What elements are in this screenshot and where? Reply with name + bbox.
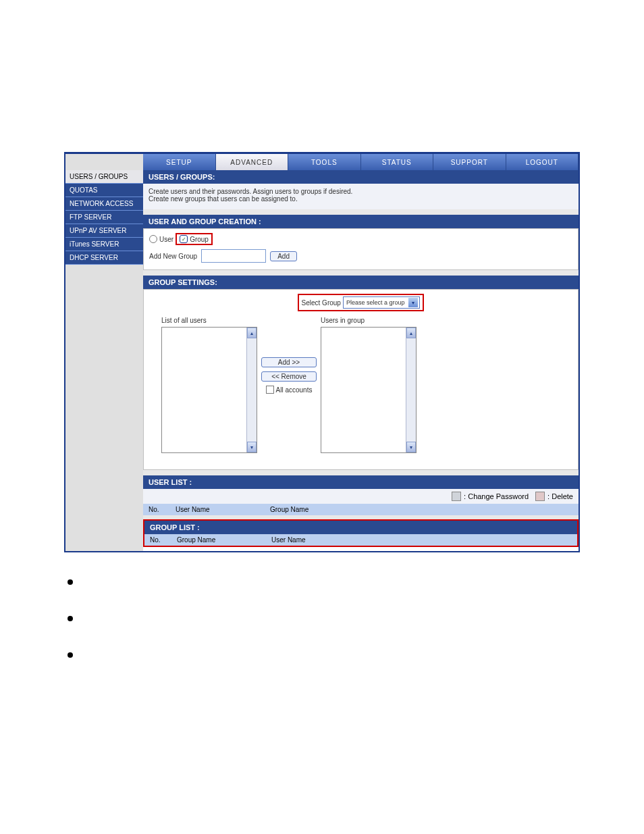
app-window: SETUP ADVANCED TOOLS STATUS SUPPORT LOGO…	[64, 152, 580, 552]
highlight-select-group: Select Group Please select a group ▾	[298, 294, 425, 311]
nav-spacer	[65, 154, 143, 170]
tab-support[interactable]: SUPPORT	[433, 154, 506, 170]
scrollbar[interactable]: ▴ ▾	[246, 328, 257, 452]
tab-status[interactable]: STATUS	[361, 154, 434, 170]
group-name-input[interactable]	[201, 249, 266, 263]
add-to-group-button[interactable]: Add >>	[261, 357, 317, 367]
col-no: No.	[150, 536, 177, 544]
col-group-name: Group Name	[270, 506, 308, 513]
sidebar-item-upnp-av-server[interactable]: UPnP AV SERVER	[65, 224, 143, 238]
trash-icon	[535, 492, 545, 501]
edit-icon	[452, 492, 461, 501]
scroll-up-icon[interactable]: ▴	[247, 328, 257, 338]
remove-from-group-button[interactable]: << Remove	[261, 371, 317, 382]
group-list-header: No. Group Name User Name	[144, 534, 577, 546]
scroll-up-icon[interactable]: ▴	[406, 328, 416, 338]
user-list-header: No. User Name Group Name	[143, 504, 579, 515]
panel-title-group-list: GROUP LIST :	[144, 521, 577, 534]
panel-user-list: USER LIST : : Change Password : Delete N…	[143, 475, 579, 515]
tab-advanced[interactable]: ADVANCED	[216, 154, 289, 170]
panel-group-settings: GROUP SETTINGS: Select Group Please sele…	[143, 276, 579, 470]
add-button[interactable]: Add	[270, 251, 297, 261]
panel-users-groups: USERS / GROUPS: Create users and their p…	[143, 170, 579, 209]
panel-title-user-list: USER LIST :	[143, 475, 579, 489]
scrollbar[interactable]: ▴ ▾	[406, 328, 416, 452]
tab-tools[interactable]: TOOLS	[288, 154, 361, 170]
radio-user-label: User	[159, 236, 173, 243]
panel-creation: USER AND GROUP CREATION : User Group Add…	[143, 215, 579, 270]
sidebar-item-users-groups[interactable]: USERS / GROUPS	[65, 170, 143, 184]
col-user-name: User Name	[271, 536, 306, 544]
bullet-list	[68, 579, 644, 658]
all-accounts-label: All accounts	[276, 386, 313, 394]
panel-title-creation: USER AND GROUP CREATION :	[143, 215, 579, 228]
desc-line-1: Create users and their passwords. Assign…	[149, 188, 573, 195]
panel-desc: Create users and their passwords. Assign…	[143, 184, 579, 209]
radio-group[interactable]	[180, 235, 188, 243]
col-user-name: User Name	[176, 506, 270, 513]
bullet-icon	[68, 652, 73, 658]
panel-title-group-settings: GROUP SETTINGS:	[143, 276, 579, 289]
sidebar-item-network-access[interactable]: NETWORK ACCESS	[65, 197, 143, 211]
col-no: No.	[149, 506, 176, 513]
desc-line-2: Create new groups that users can be assi…	[149, 195, 573, 203]
listbox-users-in-group[interactable]: ▴ ▾	[321, 327, 417, 453]
bullet-icon	[68, 579, 73, 585]
highlight-group-list: GROUP LIST : No. Group Name User Name	[143, 519, 579, 547]
users-in-group-label: Users in group	[321, 317, 417, 324]
add-new-group-label: Add New Group	[149, 253, 197, 260]
panel-title-users-groups: USERS / GROUPS:	[143, 170, 579, 184]
sidebar-item-quotas[interactable]: QUOTAS	[65, 184, 143, 197]
radio-group-label: Group	[190, 236, 209, 243]
legend-change-password: : Change Password	[464, 492, 529, 500]
col-group-name: Group Name	[177, 536, 271, 544]
tab-logout[interactable]: LOGOUT	[506, 154, 579, 170]
panel-group-list: GROUP LIST : No. Group Name User Name	[144, 521, 577, 546]
scroll-down-icon[interactable]: ▾	[247, 442, 257, 452]
chevron-down-icon: ▾	[408, 298, 418, 307]
highlight-group-radio: Group	[176, 233, 213, 245]
sidebar: USERS / GROUPS QUOTAS NETWORK ACCESS FTP…	[65, 170, 143, 551]
select-group-value: Please select a group	[346, 299, 405, 306]
scroll-down-icon[interactable]: ▾	[406, 442, 416, 452]
legend-delete: : Delete	[547, 492, 573, 500]
listbox-all-users[interactable]: ▴ ▾	[161, 327, 257, 453]
select-group-dropdown[interactable]: Please select a group ▾	[343, 296, 421, 309]
list-all-users-label: List of all users	[161, 317, 257, 324]
sidebar-item-itunes-server[interactable]: iTunes SERVER	[65, 238, 143, 251]
select-group-label: Select Group	[302, 299, 341, 307]
bullet-icon	[68, 616, 73, 621]
sidebar-item-dhcp-server[interactable]: DHCP SERVER	[65, 251, 143, 265]
content-area: USERS / GROUPS: Create users and their p…	[143, 170, 579, 551]
all-accounts-checkbox[interactable]	[266, 386, 274, 394]
top-nav: SETUP ADVANCED TOOLS STATUS SUPPORT LOGO…	[65, 154, 579, 170]
tab-setup[interactable]: SETUP	[143, 154, 216, 170]
radio-user[interactable]	[149, 235, 157, 243]
sidebar-item-ftp-server[interactable]: FTP SERVER	[65, 211, 143, 224]
